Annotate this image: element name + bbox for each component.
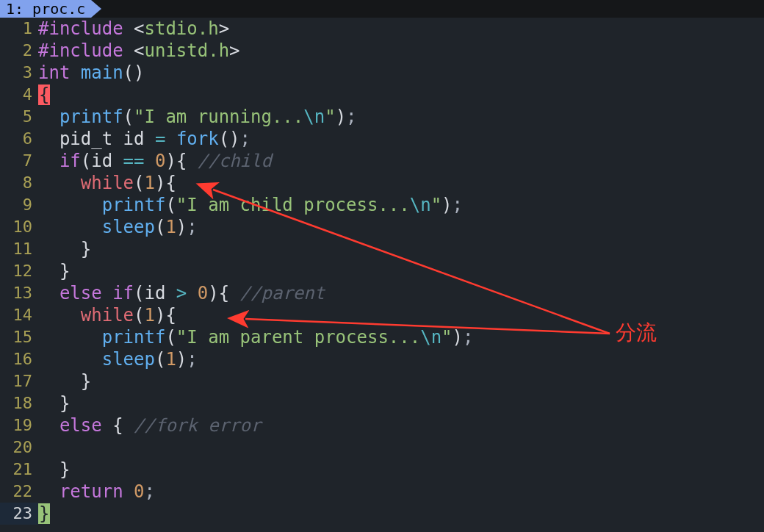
code-line: 9 printf("I am child process...\n"); [0,194,764,216]
code-line: 23 } [0,503,764,525]
code-line: 16 sleep(1); [0,348,764,370]
line-number: 3 [0,62,38,84]
line-number: 15 [0,326,38,348]
code-line: 8 while(1){ [0,172,764,194]
code-line: 18 } [0,392,764,414]
tab-bar: 1: proc.c [0,0,764,18]
code-line: 11 } [0,238,764,260]
line-number: 5 [0,106,38,128]
line-number: 6 [0,128,38,150]
line-number-current: 23 [0,503,38,525]
line-number: 9 [0,194,38,216]
annotation-label: 分流 [616,319,657,347]
code-line: 2 #include <unistd.h> [0,40,764,62]
line-number: 22 [0,481,38,503]
line-number: 19 [0,414,38,436]
code-line: 5 printf("I am running...\n"); [0,106,764,128]
line-number: 11 [0,238,38,260]
code-line: 7 if(id == 0){ //child [0,150,764,172]
line-number: 13 [0,282,38,304]
line-number: 16 [0,348,38,370]
code-line: 22 return 0; [0,481,764,503]
code-line: 4 { [0,84,764,106]
line-number: 8 [0,172,38,194]
line-number: 14 [0,304,38,326]
code-line: 10 sleep(1); [0,216,764,238]
tab-proc-c[interactable]: 1: proc.c [0,0,91,18]
code-line: 19 else { //fork error [0,414,764,436]
code-line: 21 } [0,459,764,481]
code-line: 12 } [0,260,764,282]
line-number: 18 [0,392,38,414]
close-brace-highlighted: } [38,503,50,524]
line-number: 2 [0,40,38,62]
open-brace-highlighted: { [38,85,50,105]
code-line: 1 #include <stdio.h> [0,18,764,40]
code-line: 20 [0,436,764,459]
code-line: 17 } [0,370,764,392]
line-number: 21 [0,459,38,481]
line-number: 4 [0,84,38,106]
line-number: 20 [0,436,38,459]
code-line: 13 else if(id > 0){ //parent [0,282,764,304]
line-number: 1 [0,18,38,40]
code-editor[interactable]: 1 #include <stdio.h> 2 #include <unistd.… [0,18,764,525]
line-number: 12 [0,260,38,282]
line-number: 10 [0,216,38,238]
line-number: 7 [0,150,38,172]
code-line: 6 pid_t id = fork(); [0,128,764,150]
code-line: 3 int main() [0,62,764,84]
line-number: 17 [0,370,38,392]
